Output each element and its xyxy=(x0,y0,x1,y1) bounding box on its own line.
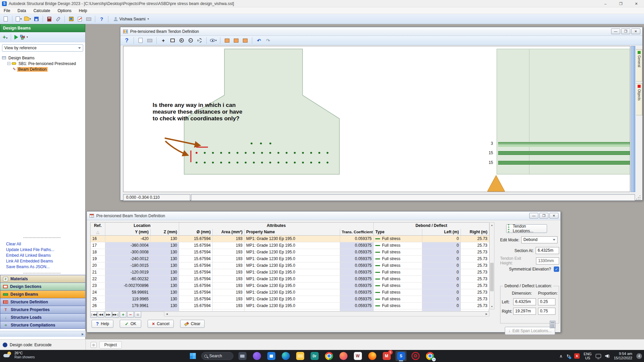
cell-z[interactable]: 130 xyxy=(151,283,179,289)
cell-z[interactable]: 130 xyxy=(151,269,179,276)
cell-left[interactable]: 0 xyxy=(422,256,461,262)
cell-trans[interactable]: 0.059375 xyxy=(340,296,374,303)
cell-type[interactable]: Full stress xyxy=(374,269,422,276)
strand-point[interactable] xyxy=(302,162,304,164)
strand-point[interactable] xyxy=(327,162,329,164)
menu-help[interactable]: Help xyxy=(75,7,91,14)
table-row[interactable]: 16-42013015.67594193MP1: Grade 1230 Ep 1… xyxy=(91,236,489,242)
nav-materials[interactable]: σMaterials xyxy=(0,275,86,283)
menu-options[interactable]: Options xyxy=(54,7,75,14)
edit-data-icon[interactable] xyxy=(76,15,84,23)
restore-button[interactable]: ❐ xyxy=(539,213,548,219)
strand-point[interactable] xyxy=(253,152,255,154)
cell-trans[interactable]: 0.059375 xyxy=(340,276,374,283)
tab-scroll-button[interactable]: ◎ xyxy=(91,342,97,348)
minimize-button[interactable]: – xyxy=(598,0,613,7)
cell-left[interactable]: 0 xyxy=(422,276,461,283)
clear-button[interactable]: Clear xyxy=(180,320,205,328)
tree-item[interactable]: Design Beams xyxy=(2,55,85,61)
strand-point[interactable] xyxy=(294,162,296,164)
table-horizontal-scrollbar[interactable]: ◀ ▶ xyxy=(164,311,489,316)
col-group-attributes[interactable]: Attributes xyxy=(179,223,374,229)
cell-z[interactable]: 130 xyxy=(151,262,179,269)
col-group-location[interactable]: Location xyxy=(105,223,179,229)
cell-y[interactable]: 59.99691 xyxy=(105,289,151,296)
canvas-scrollbar[interactable] xyxy=(631,46,635,192)
structure-box-icon[interactable] xyxy=(67,15,75,23)
cell-y[interactable]: -420 xyxy=(105,236,151,242)
table-row[interactable]: 23-0.00270089613015.67594193MP1: Grade 1… xyxy=(91,283,489,289)
clock[interactable]: 9:54 am 15/12/2022 xyxy=(614,352,632,360)
strand-point[interactable] xyxy=(277,162,279,164)
right-proportion-field[interactable]: 0.75 xyxy=(538,308,555,315)
tendon-locations-button[interactable]: + ++ + Tendon Locations... xyxy=(506,224,547,233)
cell-ref[interactable]: 24 xyxy=(91,289,105,296)
cell-right[interactable]: 25.73 xyxy=(461,269,489,276)
cell-ref[interactable]: 26 xyxy=(91,303,105,309)
symmetrical-elevation-checkbox[interactable]: ✓ xyxy=(554,266,559,272)
cell-ref[interactable]: 23 xyxy=(91,283,105,289)
drawing-window-titlebar[interactable]: Pre-tensioned Beam Tendon Definition — ❐… xyxy=(120,27,642,36)
w-app-taskbar-button[interactable]: W xyxy=(352,351,363,361)
zoom-out-icon[interactable]: − xyxy=(187,37,194,44)
menu-file[interactable]: File xyxy=(0,7,14,14)
next-record-button[interactable]: ▶▶ xyxy=(105,311,112,318)
cell-right[interactable]: 25.73 xyxy=(461,262,489,269)
strand-point[interactable] xyxy=(318,152,320,154)
cell-left[interactable]: 0 xyxy=(422,269,461,276)
strand-point[interactable] xyxy=(269,162,271,164)
view-3d-icon[interactable] xyxy=(223,37,231,44)
nav-structure-loads[interactable]: ↓Structure Loads xyxy=(0,313,86,321)
cell-trans[interactable]: 0.059375 xyxy=(340,303,374,309)
cell-area[interactable]: 193 xyxy=(213,296,245,303)
menu-data[interactable]: Data xyxy=(14,7,30,14)
user-menu-button[interactable]: Vishwa Swami ▾ xyxy=(111,16,152,22)
panel-collapse-bar[interactable]: » xyxy=(0,331,86,337)
calculate-icon[interactable] xyxy=(46,15,53,23)
edit-row-button[interactable]: ▨ xyxy=(135,311,141,318)
ok-button[interactable]: ✓OK xyxy=(120,320,141,328)
prev-record-button[interactable]: ◀◀ xyxy=(98,311,104,318)
delete-row-button[interactable]: − xyxy=(127,311,134,318)
cell-type[interactable]: Full stress xyxy=(374,289,422,296)
cell-area[interactable]: 193 xyxy=(213,269,245,276)
strand-point[interactable] xyxy=(228,152,230,154)
strand-point[interactable] xyxy=(310,162,312,164)
strand-point[interactable] xyxy=(204,162,206,164)
cell-y[interactable]: -60.00232 xyxy=(105,276,151,283)
view-3d-solid-icon[interactable] xyxy=(241,37,249,44)
scroll-right-icon[interactable]: ▶ xyxy=(484,312,489,316)
col-dia[interactable]: Ø (mm) xyxy=(179,229,213,236)
view-3d-alt-icon[interactable] xyxy=(232,37,240,44)
left-dimension-field[interactable]: 6.4325m xyxy=(513,298,536,305)
run-button[interactable] xyxy=(14,35,18,40)
nav-design-beams[interactable]: Design Beams xyxy=(0,290,86,298)
store-taskbar-button[interactable] xyxy=(266,351,277,361)
nav-design-sections[interactable]: Design Sections xyxy=(0,283,86,290)
cell-left[interactable]: 0 xyxy=(422,283,461,289)
table-window-titlebar[interactable]: Pre-tensioned Beam Tendon Definition — ❐… xyxy=(87,212,560,220)
report-icon[interactable] xyxy=(2,15,9,23)
nav-structure-definition[interactable]: Structure Definition xyxy=(0,298,86,306)
scroll-up-icon[interactable]: ▲ xyxy=(490,223,494,228)
right-dimension-field[interactable]: 19.297m xyxy=(513,308,536,315)
cancel-button[interactable]: ×Cancel xyxy=(148,320,174,328)
restore-button[interactable]: ❐ xyxy=(613,0,629,7)
cell-right[interactable]: 25.73 xyxy=(461,242,489,249)
beam-canvas[interactable]: Is there any way in which i canmeasure t… xyxy=(123,46,630,192)
notification-count-badge[interactable]: 4 xyxy=(636,353,642,359)
strand-point[interactable] xyxy=(245,152,247,154)
strand-point[interactable] xyxy=(269,142,271,144)
panel-link[interactable]: Update Linked File Paths... xyxy=(6,247,85,253)
cell-y[interactable]: 179.9961 xyxy=(105,303,151,309)
edit-mode-combo[interactable]: Debond xyxy=(521,236,557,243)
cell-left[interactable]: 0 xyxy=(422,289,461,296)
cell-type[interactable]: Full stress xyxy=(374,283,422,289)
cell-property[interactable]: MP1: Grade 1230 Ep 195.0 xyxy=(245,262,340,269)
cell-dia[interactable]: 15.67594 xyxy=(179,296,213,303)
cell-dia[interactable]: 15.67594 xyxy=(179,276,213,283)
cell-y[interactable]: -240.0012 xyxy=(105,256,151,262)
view-by-combo[interactable]: View by reference xyxy=(2,44,83,52)
cell-ref[interactable]: 16 xyxy=(91,236,105,242)
cell-ref[interactable]: 19 xyxy=(91,256,105,262)
